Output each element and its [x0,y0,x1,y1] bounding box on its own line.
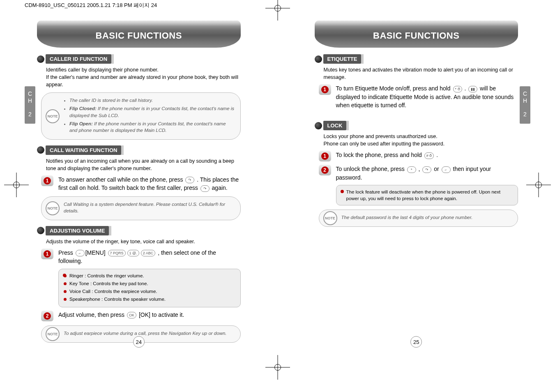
page-title-left: BASIC FUNCTIONS [37,21,241,48]
note-icon: NOTE [323,211,337,225]
bullet-icon [315,55,322,63]
section-adjusting-volume: ADJUSTING VOLUME [37,226,241,235]
lock-note: NOTE The default password is the last 4 … [319,210,518,227]
hash-key-icon: # ⥀ [424,152,434,159]
bullet-icon [37,146,44,154]
lock-step-2: 2 To unlock the phone, press * , ↷ or ⌐ … [319,165,518,182]
step-badge-1: 1 [41,175,53,186]
ok-key-icon: OK [127,312,136,318]
caller-id-body: Identifies caller by displaying their ph… [46,66,241,88]
heading-lock: LOCK [323,121,347,130]
vibrate-icon: ▮▮ [468,86,477,92]
page-number-left: 24 [133,336,145,348]
send-key-icon: ↷ [422,166,431,173]
step-badge-2: 2 [41,311,53,321]
key-1-icon: 1 @. [127,250,139,256]
page-spread: CH2 BASIC FUNCTIONS CALLER ID FUNCTION I… [0,12,555,349]
step-badge-2: 2 [319,165,331,175]
heading-call-waiting: CALL WAITING FUNCTION [46,145,121,155]
page-title-right: BASIC FUNCTIONS [315,21,518,48]
heading-adjusting-volume: ADJUSTING VOLUME [46,226,109,235]
send-key-icon: ↷ [200,185,210,192]
note-icon: NOTE [46,327,60,341]
note-item: The caller ID is stored in the call hist… [69,97,235,104]
key-2-icon: 2 ABC [141,250,156,256]
section-lock: LOCK [315,121,518,130]
section-call-waiting: CALL WAITING FUNCTION [37,145,241,155]
bullet-icon [37,55,44,63]
adjusting-volume-step-2: 2 Adjust volume, then press OK [OK] to a… [41,311,241,321]
note-item: Flip Closed: If the phone number is in y… [69,105,235,118]
heading-etiquette: ETIQUETTE [323,54,362,64]
send-key-icon: ↷ [185,177,194,183]
etiquette-body: Mutes key tones and activates the vibrat… [324,66,518,81]
call-waiting-step-1: 1 To answer another call while on the ph… [41,175,241,192]
lock-step-1: 1 To lock the phone, press and hold # ⥀ … [319,151,518,161]
note-item: Flip Open: If the phone number is in you… [69,120,235,134]
soft-left-key-icon: ⌐ [442,166,451,173]
caller-id-note: NOTE The caller ID is stored in the call… [41,92,241,139]
volume-option: Speakerphone : Controls the speaker volu… [69,296,235,302]
volume-options: Ringer : Controls the ringer volume. Key… [58,269,241,307]
note-icon: NOTE [46,201,60,215]
volume-option: Key Tone : Controls the key pad tone. [69,280,235,287]
chapter-tab-right: CH2 [520,86,530,124]
page-number-right: 25 [410,336,422,348]
print-header: CDM-8910_USC_050121 2005.1.21 7:18 PM 페이… [25,0,157,11]
call-waiting-body: Notifies you of an incoming call when yo… [46,157,241,172]
bullet-icon [37,227,44,234]
adjusting-volume-body: Adjusts the volume of the ringer, key to… [46,238,241,245]
volume-option: Voice Call : Controls the earpiece volum… [69,288,235,295]
step-badge-1: 1 [319,84,331,95]
call-waiting-note: NOTE Call Waiting is a system dependent … [41,196,241,220]
lock-info: The lock feature will deactivate when th… [336,185,518,205]
lock-body: Locks your phone and prevents unauthoriz… [324,133,518,148]
page-right: CH2 BASIC FUNCTIONS ETIQUETTE Mutes key … [278,12,555,349]
soft-left-key-icon: ⌐ [76,250,85,256]
adjusting-volume-step-1: 1 Press ⌐[MENU] 7 PQRS1 @.2 ABC , then s… [41,249,241,265]
heading-caller-id: CALLER ID FUNCTION [46,54,111,64]
volume-option: Ringer : Controls the ringer volume. [69,272,235,279]
note-icon: NOTE [46,109,60,123]
star-key-icon: * ⥀ [453,86,462,92]
step-badge-1: 1 [41,249,53,259]
page-left: CH2 BASIC FUNCTIONS CALLER ID FUNCTION I… [0,12,278,349]
etiquette-step-1: 1 To turn Etiquette Mode on/off, press a… [319,84,518,109]
step-badge-1: 1 [319,151,331,161]
section-etiquette: ETIQUETTE [315,54,518,64]
key-7-icon: 7 PQRS [108,250,126,256]
chapter-tab-left: CH2 [25,86,35,124]
star-key-icon: * [407,166,416,173]
registration-mark-bottom [265,355,290,380]
bullet-icon [315,122,322,129]
section-caller-id: CALLER ID FUNCTION [37,54,241,64]
